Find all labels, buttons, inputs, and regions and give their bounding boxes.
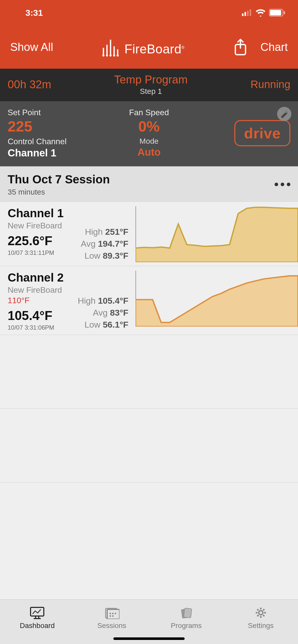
drive-badge: drive [234, 120, 290, 146]
channel-target: 110°F [8, 296, 74, 305]
drive-panel[interactable]: Set Point 225 Control Channel Channel 1 … [0, 101, 298, 166]
program-elapsed: 00h 32m [8, 78, 51, 91]
channel-name: Channel 2 [8, 271, 74, 284]
svg-point-33 [259, 611, 263, 615]
channel-row[interactable]: Channel 2 New FireBoard 110°F 105.4°F 10… [0, 266, 298, 335]
session-title: Thu Oct 7 Session [8, 172, 110, 186]
svg-point-27 [112, 613, 114, 614]
mode-label: Mode [102, 137, 196, 145]
channel-left: Channel 2 New FireBoard 110°F 105.4°F 10… [8, 271, 74, 331]
brand-logo: FireBoard® [102, 38, 184, 56]
setpoint-label: Set Point [8, 108, 102, 117]
drive-settings-button[interactable] [277, 107, 291, 121]
tab-label: Dashboard [20, 622, 55, 630]
channel-device: New FireBoard [8, 285, 74, 295]
channel-timestamp: 10/07 3:31:11PM [8, 249, 74, 256]
programs-icon [179, 606, 194, 619]
control-channel-value: Channel 1 [8, 147, 102, 159]
wifi-icon [255, 9, 266, 17]
program-center: Temp Program Step 1 [114, 73, 188, 96]
logo-bars-icon [102, 38, 122, 56]
channel-name: Channel 1 [8, 206, 74, 220]
svg-point-16 [117, 54, 119, 56]
battery-icon [269, 9, 285, 17]
status-bar: 3:31 [0, 0, 298, 25]
dashboard-icon [30, 606, 45, 619]
svg-rect-2 [247, 11, 249, 16]
svg-line-38 [257, 609, 259, 610]
tab-settings[interactable]: Settings [224, 600, 298, 636]
program-title: Temp Program [114, 73, 188, 86]
control-channel-label: Control Channel [8, 137, 102, 146]
svg-point-8 [102, 54, 104, 56]
program-strip[interactable]: 00h 32m Temp Program Step 1 Running [0, 69, 298, 101]
share-icon[interactable] [233, 38, 248, 56]
status-icons [242, 9, 285, 17]
calendar-icon [104, 606, 119, 619]
session-info: Thu Oct 7 Session 35 minutes [8, 172, 110, 196]
svg-rect-32 [184, 608, 192, 618]
svg-rect-25 [107, 609, 119, 619]
channel-timestamp: 10/07 3:31:06PM [8, 324, 74, 331]
tab-label: Sessions [97, 622, 126, 630]
svg-rect-6 [284, 11, 285, 14]
channel-sparkline [136, 206, 298, 262]
channel-row[interactable]: Channel 1 New FireBoard 225.6°F 10/07 3:… [0, 202, 298, 266]
session-more-button[interactable] [275, 183, 290, 186]
chart-button[interactable]: Chart [260, 41, 288, 53]
svg-line-40 [263, 609, 264, 610]
program-step: Step 1 [114, 87, 188, 96]
channel-device: New FireBoard [8, 221, 74, 230]
channel-stats: High 105.4°F Avg 83°F Low 56.1°F [74, 271, 133, 331]
fan-value: 0% [102, 119, 196, 134]
empty-channel-slot [0, 409, 298, 482]
drive-badge-col: drive [196, 108, 290, 159]
svg-line-39 [263, 615, 264, 616]
channel-temp: 105.4°F [8, 308, 74, 323]
svg-rect-5 [270, 10, 281, 16]
show-all-button[interactable]: Show All [10, 41, 53, 53]
session-header[interactable]: Thu Oct 7 Session 35 minutes [0, 166, 298, 202]
status-time: 3:31 [25, 8, 43, 18]
svg-rect-0 [242, 13, 243, 16]
empty-channel-slot [0, 335, 298, 409]
program-status: Running [251, 78, 290, 91]
tab-sessions[interactable]: Sessions [75, 600, 149, 636]
tab-label: Settings [248, 622, 274, 630]
tab-programs[interactable]: Programs [149, 600, 224, 636]
channel-sparkline [136, 271, 298, 327]
tab-dashboard[interactable]: Dashboard [0, 600, 75, 636]
channel-temp: 225.6°F [8, 233, 74, 248]
setpoint-value: 225 [8, 119, 102, 134]
svg-point-12 [110, 54, 112, 56]
channel-left: Channel 1 New FireBoard 225.6°F 10/07 3:… [8, 206, 74, 262]
svg-point-28 [115, 613, 116, 614]
nav-header: Show All FireBoard® Chart [0, 25, 298, 69]
tab-label: Programs [171, 622, 202, 630]
brand-text: FireBoard® [124, 42, 184, 56]
svg-point-26 [110, 613, 111, 614]
mode-value: Auto [102, 147, 196, 158]
svg-line-41 [257, 615, 259, 616]
svg-rect-1 [245, 12, 246, 16]
svg-point-29 [110, 615, 111, 617]
cellular-icon [242, 9, 252, 16]
session-duration: 35 minutes [8, 188, 110, 196]
svg-point-10 [106, 54, 108, 56]
svg-rect-20 [31, 607, 44, 616]
drive-fan-col: Fan Speed 0% Mode Auto [102, 108, 196, 159]
wrench-icon [280, 110, 289, 118]
svg-point-30 [112, 615, 114, 617]
home-indicator[interactable] [113, 637, 185, 640]
fan-label: Fan Speed [102, 108, 196, 117]
drive-setpoint-col: Set Point 225 Control Channel Channel 1 [8, 108, 102, 159]
gear-icon [253, 606, 268, 619]
svg-point-14 [113, 54, 115, 56]
channel-stats: High 251°F Avg 194.7°F Low 89.3°F [74, 206, 133, 262]
svg-rect-3 [250, 9, 251, 16]
